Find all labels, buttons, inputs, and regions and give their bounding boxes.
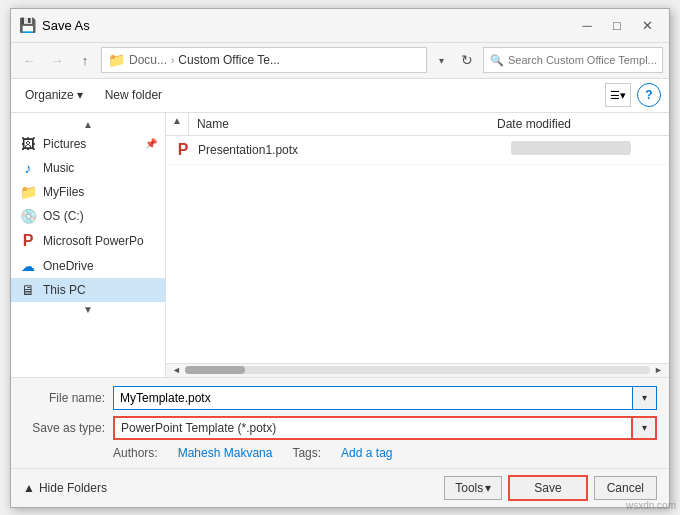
new-folder-button[interactable]: New folder	[97, 85, 170, 105]
savetype-label: Save as type:	[23, 421, 113, 435]
tools-label: Tools	[455, 481, 483, 495]
bottom-section: File name: ▾ Save as type: ▾ Authors: Ma…	[11, 377, 669, 468]
sidebar-item-music[interactable]: ♪ Music	[11, 156, 165, 180]
search-input[interactable]	[508, 54, 656, 66]
dialog-title: Save As	[42, 18, 90, 33]
pin-icon: 📌	[145, 138, 157, 149]
action-bar: ▲ Hide Folders Tools ▾ Save Cancel	[11, 468, 669, 507]
up-button[interactable]: ↑	[73, 48, 97, 72]
hide-folders-arrow-icon: ▲	[23, 481, 35, 495]
back-button[interactable]: ←	[17, 48, 41, 72]
sidebar-item-os[interactable]: 💿 OS (C:)	[11, 204, 165, 228]
toolbar-right: ☰ ▾ ?	[605, 83, 661, 107]
filename-dropdown-button[interactable]: ▾	[633, 386, 657, 410]
file-area: ▲ Name Date modified P Presentation1.pot…	[166, 113, 669, 377]
toolbar-left: Organize ▾ New folder	[19, 85, 170, 105]
filename-row: File name: ▾	[23, 386, 657, 410]
savetype-dropdown-button[interactable]: ▾	[633, 416, 657, 440]
title-controls: ─ □ ✕	[573, 14, 661, 36]
authors-value[interactable]: Mahesh Makvana	[178, 446, 273, 460]
sidebar-item-label: Music	[43, 161, 74, 175]
file-header-scroll-up[interactable]: ▲	[166, 113, 189, 135]
view-arrow-icon: ▾	[620, 89, 626, 102]
refresh-button[interactable]: ↻	[455, 48, 479, 72]
authors-label: Authors:	[113, 446, 158, 460]
tools-arrow-icon: ▾	[485, 481, 491, 495]
sidebar-item-pictures[interactable]: 🖼 Pictures 📌	[11, 132, 165, 156]
dialog-icon: 💾	[19, 17, 36, 33]
tags-add[interactable]: Add a tag	[341, 446, 392, 460]
file-icon: P	[174, 141, 192, 159]
h-scroll-right-arrow[interactable]: ►	[652, 365, 665, 375]
view-button[interactable]: ☰ ▾	[605, 83, 631, 107]
file-date	[481, 141, 661, 158]
file-header: ▲ Name Date modified	[166, 113, 669, 136]
help-button[interactable]: ?	[637, 83, 661, 107]
action-right: Tools ▾ Save Cancel	[444, 475, 657, 501]
h-scroll-track[interactable]	[185, 366, 650, 374]
date-blurred	[511, 141, 631, 155]
sidebar-item-label: MyFiles	[43, 185, 84, 199]
save-button[interactable]: Save	[508, 475, 587, 501]
filename-label: File name:	[23, 391, 113, 405]
sidebar-item-onedrive[interactable]: ☁ OneDrive	[11, 254, 165, 278]
toolbar: Organize ▾ New folder ☰ ▾ ?	[11, 79, 669, 113]
sidebar-item-thispc[interactable]: 🖥 This PC	[11, 278, 165, 302]
search-icon: 🔍	[490, 54, 504, 67]
filename-input[interactable]	[113, 386, 633, 410]
address-path[interactable]: 📁 Docu... › Custom Office Te...	[101, 47, 427, 73]
savetype-row: Save as type: ▾	[23, 416, 657, 440]
h-scroll-left-arrow[interactable]: ◄	[170, 365, 183, 375]
os-icon: 💿	[19, 208, 37, 224]
sidebar-item-myfiles[interactable]: 📁 MyFiles	[11, 180, 165, 204]
address-dropdown-button[interactable]: ▾	[431, 47, 451, 73]
sidebar-item-label: OS (C:)	[43, 209, 84, 223]
meta-row: Authors: Mahesh Makvana Tags: Add a tag	[23, 446, 657, 460]
savetype-input-wrap: ▾	[113, 416, 657, 440]
col-date-header: Date modified	[489, 113, 669, 135]
sidebar-scroll-up[interactable]: ▲	[11, 117, 165, 132]
file-name: Presentation1.potx	[198, 143, 475, 157]
address-bar: ← → ↑ 📁 Docu... › Custom Office Te... ▾ …	[11, 43, 669, 79]
file-row[interactable]: P Presentation1.potx	[166, 136, 669, 165]
organize-label: Organize	[25, 88, 74, 102]
filename-input-wrap: ▾	[113, 386, 657, 410]
hide-folders-button[interactable]: ▲ Hide Folders	[23, 481, 107, 495]
tags-label: Tags:	[292, 446, 321, 460]
powerpoint-icon: P	[19, 232, 37, 250]
title-bar: 💾 Save As ─ □ ✕	[11, 9, 669, 43]
sidebar-item-label: OneDrive	[43, 259, 94, 273]
title-left: 💾 Save As	[19, 17, 90, 33]
h-scroll-thumb[interactable]	[185, 366, 245, 374]
organize-arrow-icon: ▾	[77, 88, 83, 102]
sidebar-scroll-down[interactable]: ▼	[11, 302, 165, 317]
horizontal-scrollbar[interactable]: ◄ ►	[166, 363, 669, 377]
thispc-icon: 🖥	[19, 282, 37, 298]
onedrive-icon: ☁	[19, 258, 37, 274]
file-list: P Presentation1.potx	[166, 136, 669, 363]
sidebar-item-label: This PC	[43, 283, 86, 297]
cancel-button[interactable]: Cancel	[594, 476, 657, 500]
forward-button[interactable]: →	[45, 48, 69, 72]
breadcrumb-arrow: ›	[171, 55, 174, 66]
sidebar-item-label: Microsoft PowerPo	[43, 234, 144, 248]
savetype-input[interactable]	[113, 416, 633, 440]
watermark: wsxdn.com	[626, 500, 676, 511]
search-box[interactable]: 🔍	[483, 47, 663, 73]
col-name-header[interactable]: Name	[189, 113, 489, 135]
hide-folders-label: Hide Folders	[39, 481, 107, 495]
folder-icon: 📁	[108, 52, 125, 68]
close-button[interactable]: ✕	[633, 14, 661, 36]
tools-button[interactable]: Tools ▾	[444, 476, 502, 500]
sidebar-item-powerpoint[interactable]: P Microsoft PowerPo	[11, 228, 165, 254]
myfiles-icon: 📁	[19, 184, 37, 200]
pictures-icon: 🖼	[19, 136, 37, 152]
music-icon: ♪	[19, 160, 37, 176]
main-content: ▲ 🖼 Pictures 📌 ♪ Music 📁 MyFiles 💿 OS (C…	[11, 113, 669, 377]
sidebar-item-label: Pictures	[43, 137, 86, 151]
minimize-button[interactable]: ─	[573, 14, 601, 36]
view-icon: ☰	[610, 89, 620, 102]
organize-button[interactable]: Organize ▾	[19, 85, 89, 105]
save-as-dialog: 💾 Save As ─ □ ✕ ← → ↑ 📁 Docu... › Custom…	[10, 8, 670, 508]
maximize-button[interactable]: □	[603, 14, 631, 36]
